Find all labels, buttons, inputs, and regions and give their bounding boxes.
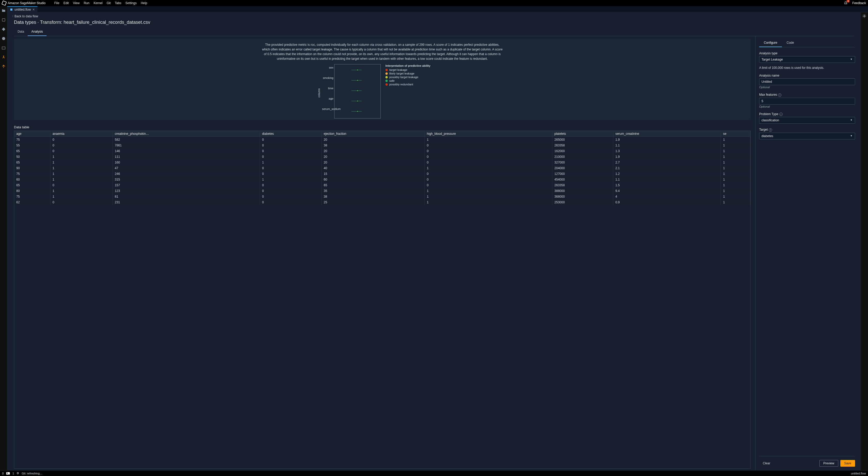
menu-edit[interactable]: Edit <box>61 1 71 5</box>
table-cell: 1 <box>51 159 113 165</box>
table-row[interactable]: 65116012003270002.71 <box>14 159 750 165</box>
info-icon[interactable]: i <box>769 128 772 132</box>
column-header[interactable]: platelets <box>552 131 613 137</box>
wrangler-icon[interactable] <box>1 55 6 59</box>
menu-git[interactable]: Git <box>105 1 113 5</box>
svg-rect-2 <box>2 47 5 49</box>
problem-type-select[interactable]: classification <box>759 117 855 124</box>
preview-button[interactable]: Preview <box>819 460 838 467</box>
table-cell: 80 <box>14 188 51 194</box>
table-row[interactable]: 550786103802633581.11 <box>14 143 750 148</box>
svg-point-3 <box>3 56 4 57</box>
table-row[interactable]: 60131516004540001.11 <box>14 177 750 182</box>
table-row[interactable]: 75058202012650001.91 <box>14 137 750 143</box>
svg-rect-4 <box>10 8 12 10</box>
table-row[interactable]: 75181038136800041 <box>14 194 750 200</box>
tab-analysis[interactable]: Analysis <box>28 28 46 36</box>
table-row[interactable]: 75124601501270001.21 <box>14 171 750 177</box>
folder-icon[interactable] <box>1 8 6 13</box>
analysis-type-select[interactable]: Target Leakage <box>759 56 855 63</box>
menu-tabs[interactable]: Tabs <box>113 1 123 5</box>
table-cell: 1 <box>260 159 321 165</box>
data-table: ageanaemiacreatinine_phosphokin…diabetes… <box>14 131 750 205</box>
table-cell: 20 <box>321 148 425 154</box>
menu-help[interactable]: Help <box>139 1 149 5</box>
data-table-title: Data table <box>14 125 751 129</box>
menu-file[interactable]: File <box>52 1 61 5</box>
analysis-name-hint: Optional <box>759 86 855 89</box>
table-cell: 1 <box>425 165 552 171</box>
info-icon[interactable]: i <box>779 113 783 116</box>
table-cell: 0 <box>260 188 321 194</box>
menu-run[interactable]: Run <box>82 1 92 5</box>
menu-kernel[interactable]: Kernel <box>92 1 105 5</box>
page-title: Data types · Transform: heart_failure_cl… <box>9 19 859 28</box>
target-label: Targeti <box>759 128 855 132</box>
column-header[interactable]: se <box>721 131 750 137</box>
menu-settings[interactable]: Settings <box>123 1 138 5</box>
table-cell: 90 <box>14 165 51 171</box>
table-cell: 1 <box>425 137 552 143</box>
table-cell: 1 <box>721 165 750 171</box>
table-cell: 1 <box>51 171 113 177</box>
tab-data[interactable]: Data <box>14 28 28 36</box>
table-cell: 0 <box>425 143 552 148</box>
info-icon[interactable]: i <box>778 93 781 97</box>
chart-category-label: serum_sodium <box>322 107 334 111</box>
max-features-input[interactable] <box>759 98 855 105</box>
table-row[interactable]: 65014602001620001.31 <box>14 148 750 154</box>
column-header[interactable]: diabetes <box>260 131 321 137</box>
max-features-label: Max featuresi <box>759 93 855 97</box>
column-header[interactable]: high_blood_pressure <box>425 131 552 137</box>
status-gear-icon[interactable]: ⚙ <box>17 472 19 475</box>
feedback-link[interactable]: Feedback <box>852 1 866 5</box>
table-cell: 25 <box>321 200 425 205</box>
terminal-icon[interactable]: $_ <box>6 472 10 475</box>
tab-configure[interactable]: Configure <box>759 39 782 47</box>
table-cell: 0 <box>51 137 113 143</box>
table-cell: 38 <box>321 194 425 200</box>
table-cell: 1 <box>721 148 750 154</box>
table-row[interactable]: 9014704012040002.11 <box>14 165 750 171</box>
column-header[interactable]: age <box>14 131 51 137</box>
status-filename: untitled.flow <box>851 472 866 475</box>
back-link[interactable]: 〈 Back to data flow <box>9 12 859 19</box>
running-icon[interactable] <box>1 18 6 22</box>
table-cell: 65 <box>14 159 51 165</box>
column-header[interactable]: ejection_fraction <box>321 131 425 137</box>
clear-button[interactable]: Clear <box>759 460 774 467</box>
table-cell: 0 <box>260 165 321 171</box>
target-select[interactable]: diabetes <box>759 133 855 140</box>
analysis-name-input[interactable] <box>759 79 855 85</box>
table-cell: 265000 <box>552 137 613 143</box>
table-cell: 0 <box>260 200 321 205</box>
table-cell: 1 <box>51 177 113 182</box>
file-tab[interactable]: untitled.flow ✕ <box>7 6 37 12</box>
table-row[interactable]: 50111102002100001.91 <box>14 154 750 159</box>
palette-icon[interactable] <box>1 36 6 41</box>
gear-icon[interactable] <box>862 14 866 19</box>
table-cell: 210000 <box>552 154 613 159</box>
share-icon[interactable] <box>1 64 6 69</box>
close-icon[interactable]: ✕ <box>32 8 35 11</box>
save-button[interactable]: Save <box>840 460 855 467</box>
table-row[interactable]: 62023102512530000.91 <box>14 200 750 205</box>
notification-count: 4 <box>846 0 850 3</box>
table-cell: 0 <box>51 148 113 154</box>
status-bar: 0 $_ 1 ⚙ Git: refreshing… untitled.flow <box>0 470 868 476</box>
table-cell: 7861 <box>113 143 260 148</box>
table-row[interactable]: 65015706502633581.51 <box>14 182 750 188</box>
table-row[interactable]: 80112303513880009.41 <box>14 188 750 194</box>
column-header[interactable]: creatinine_phosphokin… <box>113 131 260 137</box>
git-icon[interactable] <box>1 27 6 32</box>
data-table-scroll[interactable]: ageanaemiacreatinine_phosphokin…diabetes… <box>14 131 751 469</box>
table-cell: 1 <box>425 200 552 205</box>
tab-code[interactable]: Code <box>782 39 799 47</box>
column-header[interactable]: serum_creatinine <box>613 131 721 137</box>
notification-bell-icon[interactable]: 4 <box>844 1 847 5</box>
column-header[interactable]: anaemia <box>51 131 113 137</box>
menu-view[interactable]: View <box>71 1 82 5</box>
analysis-name-label: Analysis name <box>759 74 855 77</box>
legend-item: possibly redundant <box>385 83 430 86</box>
tabs-icon[interactable] <box>1 46 6 50</box>
